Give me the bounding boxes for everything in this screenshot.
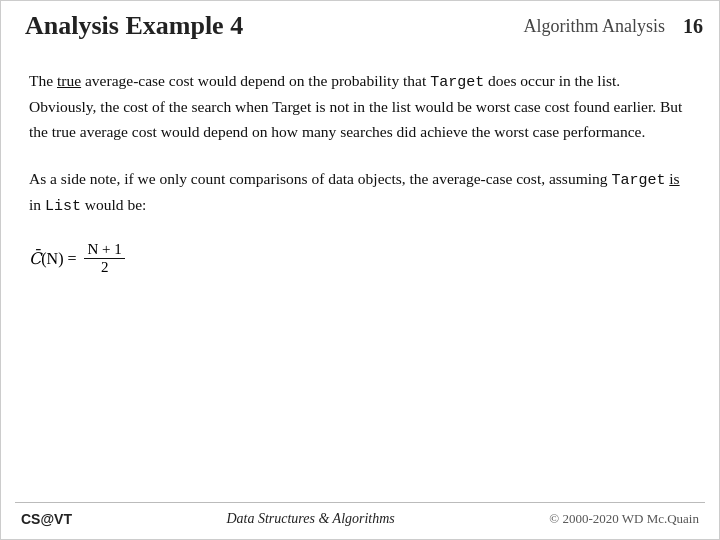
- true-word: true: [57, 72, 81, 89]
- algo-label: Algorithm Analysis: [523, 16, 665, 37]
- slide-header: Analysis Example 4 Algorithm Analysis 16: [1, 1, 719, 51]
- slide-title: Analysis Example 4: [25, 11, 523, 41]
- target-code-1: Target: [430, 74, 484, 91]
- slide-content: The true average-case cost would depend …: [1, 51, 719, 286]
- formula-denominator: 2: [98, 259, 112, 276]
- list-code: List: [45, 198, 81, 215]
- paragraph-1: The true average-case cost would depend …: [29, 69, 691, 145]
- formula-block: C̄(N) = N + 1 2: [29, 241, 691, 276]
- page-number: 16: [683, 15, 703, 38]
- formula-fraction: N + 1 2: [84, 241, 124, 276]
- formula: C̄(N) = N + 1 2: [29, 241, 127, 276]
- formula-lhs: C̄(N) =: [29, 249, 76, 268]
- is-word: is: [669, 170, 679, 187]
- footer-right: © 2000-2020 WD Mc.Quain: [549, 511, 699, 527]
- formula-numerator: N + 1: [84, 241, 124, 259]
- footer-left: CS@VT: [21, 511, 72, 527]
- slide: Analysis Example 4 Algorithm Analysis 16…: [0, 0, 720, 540]
- slide-footer: CS@VT Data Structures & Algorithms © 200…: [1, 511, 719, 527]
- footer-center: Data Structures & Algorithms: [226, 511, 394, 527]
- footer-divider: [15, 502, 705, 503]
- header-right: Algorithm Analysis 16: [523, 15, 703, 38]
- target-code-2: Target: [611, 172, 665, 189]
- paragraph-2: As a side note, if we only count compari…: [29, 167, 691, 219]
